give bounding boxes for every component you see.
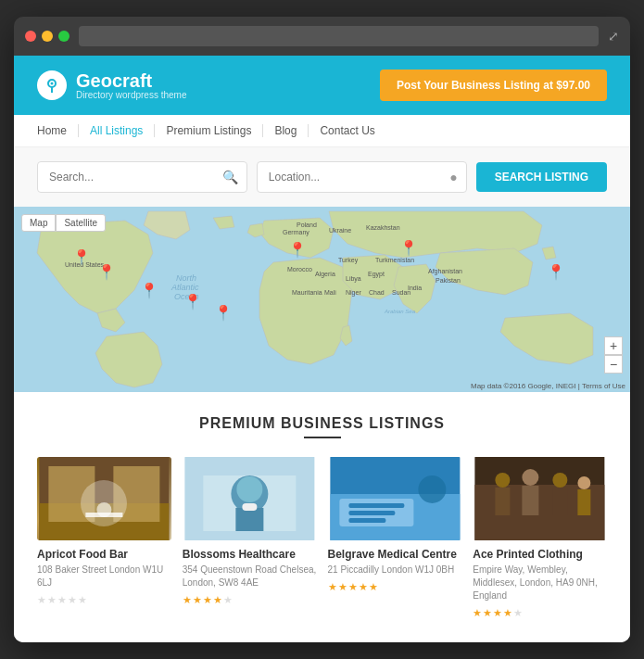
nav-item-blog[interactable]: Blog — [263, 124, 309, 137]
search-input[interactable] — [37, 161, 247, 193]
browser-window: ⤢ Geocraft Directory wordpress theme Pos… — [14, 17, 630, 642]
map-pin-7[interactable]: 📍 — [399, 239, 418, 257]
svg-text:Egypt: Egypt — [368, 271, 385, 278]
star-2: ★ — [47, 594, 57, 606]
nav-item-premium-listings[interactable]: Premium Listings — [155, 124, 263, 137]
star-3: ★ — [203, 594, 212, 606]
map-tab-satellite[interactable]: Satellite — [56, 214, 106, 232]
svg-rect-36 — [235, 508, 263, 531]
star-5: ★ — [223, 594, 233, 606]
map-tabs: Map Satellite — [21, 214, 106, 232]
map-pin-5[interactable]: 📍 — [214, 304, 233, 322]
star-4: ★ — [68, 594, 77, 606]
browser-chrome: ⤢ — [14, 17, 630, 56]
svg-text:Ukraine: Ukraine — [329, 227, 351, 234]
listing-stars-food: ★ ★ ★ ★ ★ — [37, 594, 171, 606]
dot-green[interactable] — [58, 31, 69, 42]
map-section: North Atlantic Ocean United States Germa… — [14, 207, 630, 392]
svg-rect-37 — [242, 503, 257, 511]
star-1: ★ — [37, 594, 46, 606]
listing-card-health[interactable]: Blossoms Healthcare 354 Queenstown Road … — [183, 457, 317, 619]
listing-address-medical: 21 Piccadilly London W1J 0BH — [328, 564, 462, 577]
search-section: 🔍 ● SEARCH LISTING — [14, 147, 630, 207]
map-pin-8[interactable]: 📍 — [547, 263, 565, 281]
logo-area: Geocraft Directory wordpress theme — [37, 70, 186, 100]
svg-text:Mali: Mali — [324, 289, 336, 296]
dot-yellow[interactable] — [42, 31, 53, 42]
star-2: ★ — [193, 594, 202, 606]
svg-rect-52 — [553, 488, 568, 515]
search-icon: 🔍 — [222, 170, 238, 184]
svg-point-47 — [496, 473, 511, 488]
listing-card-clothing[interactable]: Ace Printed Clothing Empire Way, Wembley… — [473, 457, 607, 619]
svg-rect-43 — [348, 518, 385, 523]
svg-text:Afghanistan: Afghanistan — [428, 268, 462, 275]
listing-address-food: 108 Baker Street London W1U 6LJ — [37, 564, 171, 589]
svg-point-53 — [578, 476, 591, 489]
star-3: ★ — [57, 594, 67, 606]
logo-text: Geocraft Directory wordpress theme — [76, 71, 186, 100]
cta-button[interactable]: Post Your Business Listing at $97.00 — [380, 70, 607, 101]
map-pin-4[interactable]: 📍 — [183, 293, 202, 310]
star-1: ★ — [328, 581, 337, 593]
svg-rect-30 — [85, 513, 122, 517]
star-3: ★ — [493, 607, 502, 619]
svg-point-31 — [96, 502, 111, 517]
map-tab-map[interactable]: Map — [21, 214, 56, 232]
website-content: Geocraft Directory wordpress theme Post … — [14, 56, 630, 642]
zoom-out-button[interactable]: − — [604, 355, 623, 374]
location-icon: ● — [449, 170, 457, 184]
section-title: PREMIUM BUSINESS LISTINGS — [37, 415, 607, 432]
logo-icon — [37, 70, 67, 100]
map-pin-3[interactable]: 📍 — [72, 248, 91, 266]
site-nav: Home All Listings Premium Listings Blog … — [14, 115, 630, 147]
map-pin-1[interactable]: 📍 — [97, 263, 116, 281]
nav-item-all-listings[interactable]: All Listings — [79, 124, 155, 137]
svg-text:Niger: Niger — [346, 289, 361, 297]
svg-text:Poland: Poland — [297, 222, 317, 228]
svg-text:Libya: Libya — [346, 275, 361, 283]
svg-rect-42 — [348, 511, 395, 515]
map-pin-2[interactable]: 📍 — [140, 282, 158, 299]
dot-red[interactable] — [25, 31, 36, 42]
svg-point-49 — [523, 469, 539, 486]
svg-rect-41 — [348, 503, 404, 508]
listing-address-clothing: Empire Way, Wembley, Middlesex, London, … — [473, 564, 607, 602]
svg-text:North: North — [176, 273, 196, 283]
map-pin-6[interactable]: 📍 — [288, 241, 307, 259]
star-2: ★ — [483, 607, 492, 619]
listing-img-medical — [328, 457, 462, 540]
site-header: Geocraft Directory wordpress theme Post … — [14, 56, 630, 115]
listing-img-clothing — [473, 457, 607, 540]
section-divider — [304, 437, 341, 438]
svg-text:Chad: Chad — [369, 289, 385, 296]
svg-rect-54 — [578, 489, 591, 515]
star-1: ★ — [473, 607, 482, 619]
browser-url-bar[interactable] — [79, 26, 599, 46]
search-input-wrap: 🔍 — [37, 161, 247, 193]
location-input[interactable] — [257, 161, 467, 193]
star-5: ★ — [78, 594, 87, 606]
listing-img-food — [37, 457, 171, 540]
listing-name-medical: Belgrave Medical Centre — [328, 548, 462, 561]
svg-point-51 — [553, 473, 568, 488]
listing-card-medical[interactable]: Belgrave Medical Centre 21 Piccadilly Lo… — [328, 457, 462, 619]
listing-card-food[interactable]: Apricot Food Bar 108 Baker Street London… — [37, 457, 171, 619]
nav-item-contact[interactable]: Contact Us — [309, 124, 385, 137]
svg-rect-29 — [113, 466, 159, 522]
star-5: ★ — [369, 581, 378, 593]
svg-text:Kazakhstan: Kazakhstan — [366, 224, 400, 231]
location-input-wrap: ● — [257, 161, 467, 193]
search-button[interactable]: SEARCH LISTING — [476, 162, 607, 192]
expand-icon[interactable]: ⤢ — [608, 29, 619, 44]
svg-text:Mauritania: Mauritania — [292, 289, 322, 296]
listing-name-clothing: Ace Printed Clothing — [473, 548, 607, 561]
svg-text:Morocco: Morocco — [287, 266, 312, 272]
nav-item-home[interactable]: Home — [37, 124, 79, 137]
svg-text:India: India — [408, 285, 422, 291]
svg-rect-28 — [48, 466, 95, 522]
zoom-in-button[interactable]: + — [604, 336, 623, 355]
svg-rect-50 — [523, 486, 539, 515]
listing-stars-health: ★ ★ ★ ★ ★ — [183, 594, 317, 606]
listings-section: PREMIUM BUSINESS LISTINGS — [14, 392, 630, 642]
